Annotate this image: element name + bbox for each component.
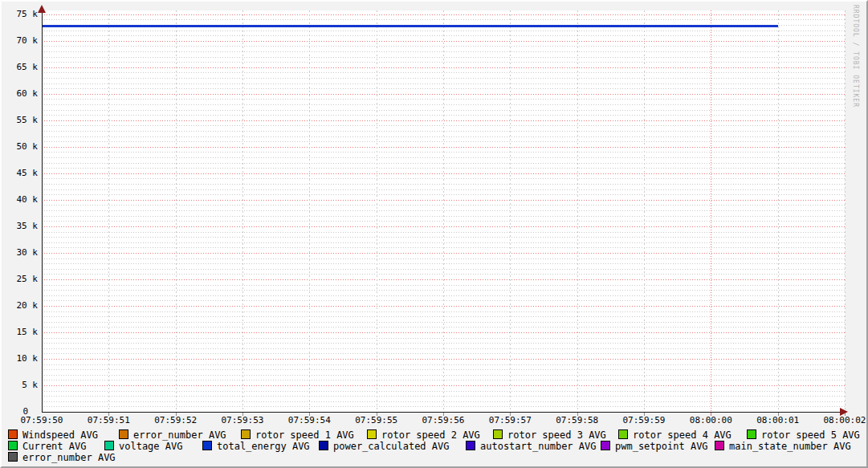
legend-item: Windspeed AVG (8, 429, 98, 441)
x-tick-label: 08:00:02 (817, 416, 868, 425)
y-tick-label: 70 k (2, 36, 38, 46)
y-tick-label: 25 k (2, 275, 38, 284)
gridline-vertical-minor (242, 10, 243, 412)
y-tick-label: 5 k (2, 381, 38, 390)
legend-color-swatch (241, 429, 251, 439)
gridline-vertical-minor (778, 10, 779, 412)
x-tick-label: 07:59:57 (482, 416, 538, 425)
legend-label: voltage AVG (119, 441, 182, 452)
legend-label: main_state_number AVG (729, 441, 851, 452)
legend-item: error_number AVG (119, 429, 226, 441)
legend-color-swatch (8, 452, 18, 462)
legend-item: power_calculated AVG (319, 441, 450, 452)
y-tick-label: 50 k (2, 142, 38, 152)
legend-label: rotor speed 1 AVG (255, 429, 354, 441)
y-tick-label: 35 k (2, 222, 38, 231)
legend-color-swatch (601, 441, 610, 450)
y-tick-label: 15 k (2, 328, 38, 337)
legend-label: Windspeed AVG (22, 429, 98, 441)
legend-label: pwm_setpoint AVG (615, 441, 708, 452)
legend-color-swatch (747, 429, 756, 439)
legend-label: rotor speed 5 AVG (761, 429, 860, 441)
legend-label: total_energy AVG (217, 441, 310, 452)
x-tick-label: 07:59:52 (148, 416, 204, 425)
gridline-vertical-minor (377, 10, 377, 412)
x-tick-label: 07:59:53 (214, 416, 271, 425)
y-tick-label: 55 k (2, 116, 38, 125)
x-tick-label: 07:59:50 (14, 416, 70, 425)
x-tick-label: 07:59:59 (616, 416, 672, 425)
x-tick-label: 07:59:58 (549, 416, 605, 425)
y-tick-label: 65 k (2, 63, 38, 72)
x-tick-label: 07:59:51 (80, 416, 137, 425)
series-line-total_energy-AVG (42, 25, 778, 27)
legend-color-swatch (367, 429, 377, 439)
legend-item: rotor speed 3 AVG (493, 429, 606, 441)
legend-label: rotor speed 4 AVG (633, 429, 731, 441)
legend-color-swatch (466, 441, 475, 450)
legend-item: rotor speed 2 AVG (367, 429, 480, 441)
gridline-vertical-minor (309, 10, 310, 412)
y-tick-label: 40 k (2, 195, 38, 205)
y-tick-label: 60 k (2, 89, 38, 99)
legend-label: Current AVG (22, 441, 86, 452)
x-tick-label: 08:00:00 (683, 416, 739, 425)
legend-item: Current AVG (8, 441, 86, 452)
legend-item: rotor speed 1 AVG (241, 429, 354, 441)
y-axis-line (42, 11, 43, 413)
x-tick-label: 07:59:56 (415, 416, 471, 425)
legend-item: voltage AVG (104, 441, 182, 452)
legend-item: rotor speed 5 AVG (747, 429, 860, 441)
legend-item: main_state_number AVG (715, 441, 851, 452)
y-tick-label: 30 k (2, 248, 38, 258)
y-tick-label: 10 k (2, 354, 38, 364)
gridline-vertical-minor (443, 10, 444, 412)
gridline-vertical-minor (845, 10, 846, 412)
legend-label: rotor speed 3 AVG (507, 429, 606, 441)
x-tick-label: 08:00:01 (750, 416, 806, 425)
legend-color-swatch (202, 441, 212, 450)
legend-color-swatch (104, 441, 114, 450)
legend-item: error_number AVG (8, 452, 116, 463)
y-tick-label: 45 k (2, 169, 38, 178)
legend-label: autostart_number AVG (480, 441, 597, 452)
legend-color-swatch (8, 441, 18, 450)
rrdtool-graph: 05 k10 k15 k20 k25 k30 k35 k40 k45 k50 k… (0, 0, 868, 468)
legend-label: rotor speed 2 AVG (381, 429, 480, 441)
legend-item: total_energy AVG (202, 441, 310, 452)
x-tick-label: 07:59:54 (281, 416, 337, 425)
legend-item: autostart_number AVG (466, 441, 597, 452)
legend-label: power_calculated AVG (333, 441, 450, 452)
y-tick-label: 75 k (2, 10, 38, 19)
legend-item: pwm_setpoint AVG (601, 441, 708, 452)
legend-color-swatch (319, 441, 328, 450)
y-tick-label: 20 k (2, 301, 38, 311)
x-axis-line (42, 412, 842, 413)
legend-label: error_number AVG (22, 452, 116, 463)
gridline-vertical-minor (108, 10, 109, 412)
legend-color-swatch (715, 441, 724, 450)
legend-item: rotor speed 4 AVG (618, 429, 731, 441)
gridline-vertical-minor (577, 10, 578, 412)
gridline-vertical-minor (176, 10, 177, 412)
gridline-vertical-major (711, 10, 711, 412)
legend-color-swatch (618, 429, 628, 439)
legend-color-swatch (493, 429, 503, 439)
gridline-vertical-minor (510, 10, 511, 412)
x-axis-arrow-icon (840, 408, 848, 416)
legend-color-swatch (119, 429, 128, 439)
x-tick-label: 07:59:55 (348, 416, 405, 425)
legend-label: error_number AVG (133, 429, 226, 441)
rrdtool-watermark: RRDTOOL / TOBI OETIKER (852, 5, 859, 133)
y-axis-arrow-icon (38, 5, 46, 13)
legend-color-swatch (8, 429, 18, 439)
gridline-vertical-minor (644, 10, 645, 412)
